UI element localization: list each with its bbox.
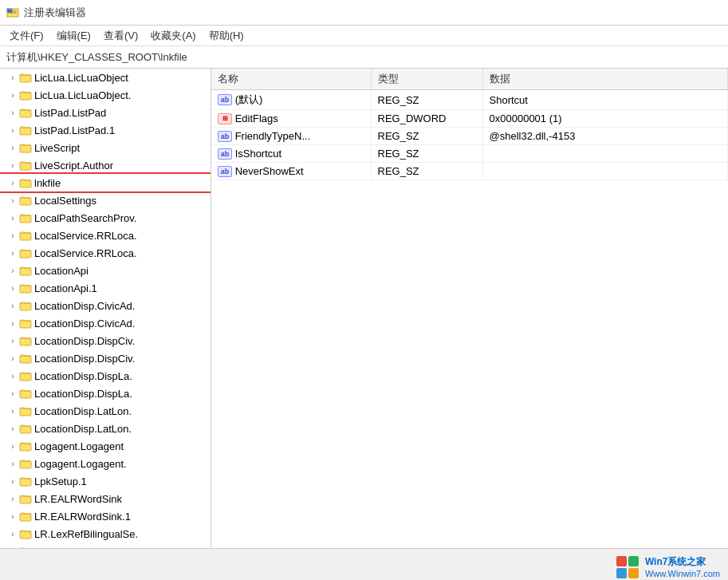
- tree-item-lpksetup[interactable]: › LpkSetup.1: [0, 472, 211, 490]
- tree-item-lr4[interactable]: › LR.LexRefBilingualSe.: [0, 543, 211, 548]
- col-header-name: 名称: [211, 69, 371, 90]
- tree-item-locationdisp7[interactable]: › LocationDisp.LatLon.: [0, 402, 211, 420]
- svg-rect-6: [20, 128, 31, 135]
- watermark-url: Www.Winwin7.com: [645, 569, 720, 578]
- folder-icon: [19, 106, 32, 119]
- tree-item-listpad1[interactable]: › ListPad.ListPad: [0, 104, 211, 121]
- tree-item-label: LocalSettings: [34, 195, 96, 207]
- expand-icon: ›: [6, 229, 19, 242]
- svg-rect-4: [20, 93, 31, 100]
- tree-item-livescript2[interactable]: › LiveScript.Author: [0, 156, 211, 174]
- tree-item-locationdisp1[interactable]: › LocationDisp.CivicAd.: [0, 297, 211, 314]
- tree-item-locationdisp6[interactable]: › LocationDisp.DispLa.: [0, 385, 211, 402]
- right-panel[interactable]: 名称 类型 数据 ab (默认) REG_SZ Shortcut: [211, 69, 728, 548]
- tree-item-locationdisp4[interactable]: › LocationDisp.DispCiv.: [0, 349, 211, 367]
- expand-icon: ›: [6, 457, 19, 470]
- tree-item-localservice2[interactable]: › LocalService.RRLoca.: [0, 244, 211, 262]
- folder-icon: [19, 282, 32, 294]
- expand-icon: ›: [6, 475, 19, 487]
- svg-rect-25: [20, 461, 31, 468]
- menu-view[interactable]: 查看(V): [97, 26, 144, 45]
- reg-type-cell: REG_DWORD: [371, 110, 482, 128]
- table-row[interactable]: ⊞ EditFlags REG_DWORD 0x00000001 (1): [211, 110, 728, 128]
- menu-favorites[interactable]: 收藏夹(A): [144, 26, 202, 45]
- table-row[interactable]: ab FriendlyTypeN... REG_SZ @shell32.dll,…: [211, 128, 728, 145]
- folder-icon: [19, 299, 32, 312]
- tree-item-locationdisp5[interactable]: › LocationDisp.DispLa.: [0, 367, 211, 385]
- menu-edit[interactable]: 编辑(E): [50, 26, 97, 45]
- expand-icon: ›: [6, 159, 19, 172]
- reg-data-cell: @shell32.dll,-4153: [482, 128, 728, 145]
- tree-item-localservice1[interactable]: › LocalService.RRLoca.: [0, 227, 211, 244]
- tree-item-liclua2[interactable]: › LicLua.LicLuaObject.: [0, 86, 211, 104]
- svg-rect-17: [20, 321, 31, 328]
- tree-item-livescript1[interactable]: › LiveScript: [0, 139, 211, 156]
- tree-item-localsettings[interactable]: › LocalSettings: [0, 191, 211, 209]
- tree-item-logagent2[interactable]: › Logagent.Logagent.: [0, 455, 211, 472]
- tree-item-label: LicLua.LicLuaObject.: [34, 89, 131, 101]
- reg-sz-icon: ab: [218, 148, 232, 160]
- tree-item-label: LocalService.RRLoca.: [34, 247, 137, 259]
- tree-item-label: LocalPathSearchProv.: [34, 212, 136, 224]
- tree-item-label: LocationApi: [34, 265, 89, 277]
- tree-item-localpathsearch[interactable]: › LocalPathSearchProv.: [0, 209, 211, 227]
- reg-sz-icon: ab: [218, 131, 232, 142]
- tree-item-logagent1[interactable]: › Logagent.Logagent: [0, 437, 211, 455]
- tree-item-label: LpkSetup.1: [34, 475, 87, 487]
- win7-flag-icon: [616, 556, 639, 578]
- tree-item-lr2[interactable]: › LR.EALRWordSink.1: [0, 507, 211, 525]
- tree-item-locationdisp8[interactable]: › LocationDisp.LatLon.: [0, 420, 211, 437]
- tree-item-locationapi2[interactable]: › LocationApi.1: [0, 279, 211, 297]
- tree-item-locationdisp2[interactable]: › LocationDisp.CivicAd.: [0, 314, 211, 332]
- tree-item-locationdisp3[interactable]: › LocationDisp.DispCiv.: [0, 332, 211, 349]
- folder-icon: [19, 247, 32, 259]
- reg-name-cell: ab IsShortcut: [211, 145, 371, 163]
- reg-type-cell: REG_SZ: [371, 90, 482, 110]
- tree-item-lr3[interactable]: › LR.LexRefBilingualSe.: [0, 525, 211, 543]
- watermark-title: Win7系统之家: [645, 555, 720, 569]
- tree-item-label: ListPad.ListPad.1: [34, 124, 115, 136]
- folder-icon: [19, 352, 32, 365]
- expand-icon: ›: [6, 106, 19, 119]
- tree-item-lr1[interactable]: › LR.EALRWordSink: [0, 490, 211, 507]
- menu-file[interactable]: 文件(F): [3, 26, 50, 45]
- tree-panel[interactable]: › LicLua.LicLuaObject › LicLua.LicLuaObj…: [0, 69, 211, 548]
- table-row[interactable]: ab IsShortcut REG_SZ: [211, 145, 728, 163]
- tree-item-lnkfile[interactable]: › lnkfile: [0, 174, 211, 191]
- tree-item-liclua1[interactable]: › LicLua.LicLuaObject: [0, 69, 211, 86]
- svg-rect-29: [20, 531, 31, 539]
- table-row[interactable]: ab (默认) REG_SZ Shortcut: [211, 90, 728, 110]
- col-header-type: 类型: [371, 69, 482, 90]
- svg-rect-27: [20, 496, 31, 503]
- reg-type-cell: REG_SZ: [371, 163, 482, 180]
- expand-icon: ›: [6, 299, 19, 312]
- expand-icon: ›: [6, 247, 19, 259]
- tree-item-listpad2[interactable]: › ListPad.ListPad.1: [0, 121, 211, 139]
- folder-icon: [19, 194, 32, 207]
- expand-icon: ›: [6, 282, 19, 294]
- menu-help[interactable]: 帮助(H): [203, 26, 250, 45]
- tree-item-label: lnkfile: [34, 177, 61, 189]
- folder-icon: [19, 334, 32, 347]
- tree-item-label: LocationDisp.LatLon.: [34, 423, 132, 435]
- regedit-icon: REG: [6, 6, 19, 19]
- expand-icon: ›: [6, 176, 19, 189]
- tree-item-label: LR.LexRefBilingualSe.: [34, 528, 138, 540]
- expand-icon: ›: [6, 527, 19, 540]
- menu-bar: 文件(F) 编辑(E) 查看(V) 收藏夹(A) 帮助(H): [0, 26, 728, 46]
- expand-icon: ›: [6, 510, 19, 523]
- svg-rect-7: [20, 145, 31, 152]
- svg-rect-3: [20, 75, 31, 82]
- expand-icon: ›: [6, 387, 19, 400]
- tree-item-locationapi1[interactable]: › LocationApi: [0, 262, 211, 279]
- tree-item-label: Logagent.Logagent.: [34, 458, 127, 470]
- folder-icon: [19, 510, 32, 523]
- table-row[interactable]: ab NeverShowExt REG_SZ: [211, 163, 728, 180]
- svg-rect-33: [628, 556, 639, 566]
- main-content: › LicLua.LicLuaObject › LicLua.LicLuaObj…: [0, 69, 728, 548]
- tree-item-label: LocationDisp.CivicAd.: [34, 318, 135, 329]
- folder-icon: [19, 89, 32, 101]
- watermark: Win7系统之家 Www.Winwin7.com: [616, 555, 720, 578]
- tree-item-label: ListPad.ListPad: [34, 107, 106, 119]
- tree-item-label: LocationDisp.LatLon.: [34, 405, 132, 417]
